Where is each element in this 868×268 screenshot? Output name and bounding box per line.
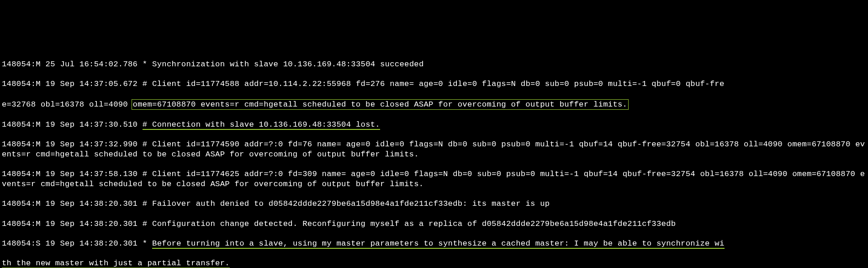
- log-prefix: 148054: [2, 80, 31, 88]
- log-msg: Failover auth denied to d05842ddde2279be…: [152, 199, 550, 208]
- highlight-underline: Before turning into a slave, using my ma…: [152, 239, 724, 249]
- log-prefix: 148054: [2, 60, 31, 69]
- log-role: M: [36, 140, 41, 149]
- log-line-wrap: e=32768 obl=16378 oll=4090 omem=67108870…: [2, 99, 866, 110]
- highlight-underline: th the new master with just a partial tr…: [2, 259, 230, 268]
- log-msg-underlined: Before turning into a slave, using my ma…: [152, 239, 724, 248]
- log-sep: #: [143, 140, 148, 149]
- log-role: M: [36, 120, 41, 129]
- log-msg-underlined: th the new master with just a partial tr…: [2, 259, 230, 268]
- terminal-output: 148054:M 25 Jul 16:54:02.786 * Synchroni…: [0, 49, 868, 268]
- log-line: 148054:S 19 Sep 14:38:20.301 * Before tu…: [2, 239, 866, 249]
- log-msg: Synchronization with slave 10.136.169.48…: [152, 60, 423, 69]
- log-line: 148054:M 19 Sep 14:37:30.510 # Connectio…: [2, 120, 866, 130]
- log-sep: #: [143, 199, 148, 208]
- log-line: 148054:M 19 Sep 14:37:05.672 # Client id…: [2, 79, 866, 89]
- log-sep: #: [143, 220, 148, 228]
- log-sep: #: [143, 120, 148, 129]
- log-role: M: [36, 80, 41, 88]
- log-line: 148054:M 19 Sep 14:37:58.130 # Client id…: [2, 169, 866, 189]
- log-role: M: [36, 60, 41, 69]
- highlight-box: omem=67108870 events=r cmd=hgetall sched…: [132, 99, 629, 110]
- log-role: M: [36, 170, 41, 178]
- log-prefix: 148054: [2, 239, 31, 248]
- log-msg-highlighted: omem=67108870 events=r cmd=hgetall sched…: [133, 100, 628, 109]
- log-line-wrap: th the new master with just a partial tr…: [2, 258, 866, 268]
- log-role: M: [36, 199, 41, 208]
- highlight-underline: # Connection with slave 10.136.169.48:33…: [143, 120, 380, 130]
- log-sep: *: [143, 60, 148, 69]
- log-line: 148054:M 19 Sep 14:37:32.990 # Client id…: [2, 139, 866, 159]
- log-ts: 19 Sep 14:37:58.130: [46, 170, 138, 178]
- log-line: 148054:M 19 Sep 14:38:20.301 # Configura…: [2, 219, 866, 229]
- log-line: 148054:M 25 Jul 16:54:02.786 * Synchroni…: [2, 59, 866, 70]
- log-sep: *: [143, 239, 148, 248]
- log-sep: #: [143, 80, 148, 88]
- log-prefix: 148054: [2, 199, 31, 208]
- log-msg: Configuration change detected. Reconfigu…: [152, 220, 676, 228]
- log-ts: 19 Sep 14:38:20.301: [46, 239, 138, 248]
- log-prefix: 148054: [2, 170, 31, 178]
- log-ts: 19 Sep 14:38:20.301: [46, 199, 138, 208]
- log-ts: 19 Sep 14:37:05.672: [46, 80, 138, 88]
- log-ts: 19 Sep 14:37:32.990: [46, 140, 138, 149]
- log-prefix: 148054: [2, 220, 31, 228]
- log-role: M: [36, 220, 41, 228]
- log-ts: 25 Jul 16:54:02.786: [46, 60, 138, 69]
- log-sep: #: [143, 170, 148, 178]
- log-msg-part: Client id=11774588 addr=10.114.2.22:5596…: [152, 80, 724, 88]
- log-line: 148054:M 19 Sep 14:38:20.301 # Failover …: [2, 199, 866, 209]
- log-prefix: 148054: [2, 140, 31, 149]
- log-prefix: 148054: [2, 120, 31, 129]
- log-role: S: [36, 239, 41, 248]
- log-msg-part: e=32768 obl=16378 oll=4090: [2, 100, 133, 109]
- log-ts: 19 Sep 14:37:30.510: [46, 120, 138, 129]
- log-ts: 19 Sep 14:38:20.301: [46, 220, 138, 228]
- log-msg-underlined: Connection with slave 10.136.169.48:3350…: [152, 120, 380, 129]
